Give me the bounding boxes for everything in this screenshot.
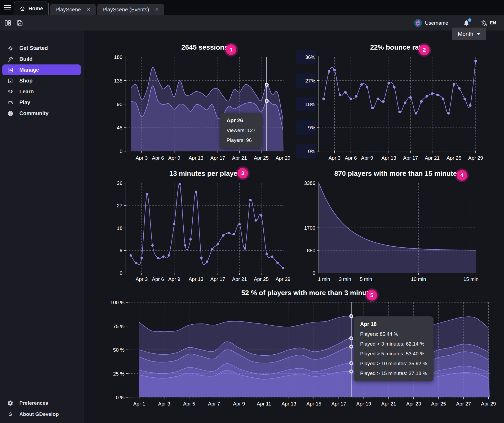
notifications-bell-icon[interactable]: [463, 20, 470, 27]
svg-text:Apr 29: Apr 29: [468, 155, 483, 160]
svg-text:Apr 9: Apr 9: [168, 276, 180, 282]
svg-text:Apr 3: Apr 3: [136, 276, 148, 282]
sidebar-item-build[interactable]: Build: [0, 54, 83, 64]
sidebar-item-shop[interactable]: Shop: [0, 75, 83, 86]
chevron-down-icon: [477, 33, 480, 35]
svg-text:Apr 9: Apr 9: [233, 401, 245, 407]
axis-labels: 09182736Apr 3Apr 6Apr 9Apr 13Apr 17Apr 2…: [117, 180, 290, 282]
store-icon: [7, 78, 14, 84]
svg-text:Apr 7: Apr 7: [208, 401, 220, 407]
sidebar-item-play[interactable]: Play: [0, 97, 83, 108]
svg-text:36: 36: [117, 180, 122, 186]
svg-text:Apr 23: Apr 23: [406, 401, 421, 407]
svg-text:Apr 3: Apr 3: [136, 155, 148, 160]
sidebar-item-learn[interactable]: Learn: [0, 86, 83, 97]
chart-title: 22% bounce rate: [370, 43, 425, 51]
sidebar-item-label: Play: [19, 99, 30, 106]
svg-text:50 %: 50 %: [113, 347, 125, 353]
chart-retention[interactable]: 0850170033861 min3 min5 min10 min15 min8…: [295, 160, 504, 282]
sidebar-item-label: Shop: [19, 78, 33, 84]
svg-text:Apr 29: Apr 29: [276, 276, 290, 282]
tab-playscene[interactable]: PlayScene×: [50, 4, 96, 15]
avatar: [414, 19, 422, 27]
svg-text:100 %: 100 %: [110, 300, 125, 305]
tooltip-line: Played > 3 minutes: 62.14 %: [360, 341, 427, 347]
step-badge-2: 2: [419, 45, 430, 55]
tab-home[interactable]: Home: [14, 2, 49, 15]
svg-text:25 %: 25 %: [113, 371, 125, 377]
sidebar-item-manage[interactable]: Manage: [2, 64, 81, 75]
svg-text:Apr 1: Apr 1: [133, 401, 145, 407]
sidebar-item-label: Build: [19, 56, 33, 62]
username-label: Username: [425, 20, 448, 26]
close-icon[interactable]: ×: [155, 7, 159, 12]
svg-text:5 min: 5 min: [360, 276, 372, 282]
svg-text:Apr 3: Apr 3: [329, 155, 341, 160]
svg-text:Apr 17: Apr 17: [403, 155, 418, 160]
tooltip-line: Players: 96: [227, 137, 256, 143]
period-dropdown[interactable]: Month: [452, 28, 486, 40]
svg-text:Apr 21: Apr 21: [232, 155, 247, 160]
home-icon: [19, 6, 25, 12]
svg-text:135: 135: [114, 78, 122, 84]
tab-label: PlayScene: [56, 7, 81, 13]
sidebar-item-label: About GDevelop: [19, 411, 59, 417]
sidebar-item-label: Community: [19, 110, 48, 116]
tooltip-line: Played > 5 minutes: 53.40 %: [360, 351, 427, 357]
svg-text:Apr 11: Apr 11: [257, 401, 271, 407]
chart-title: 870 players with more than 15 minutes: [334, 169, 461, 177]
svg-text:Apr 21: Apr 21: [425, 155, 440, 160]
svg-text:0: 0: [120, 149, 122, 154]
chart-sessions[interactable]: 04590135180Apr 3Apr 6Apr 9Apr 13Apr 17Ap…: [99, 36, 311, 160]
sidebar-item-community[interactable]: Community: [0, 108, 83, 119]
svg-text:36%: 36%: [305, 54, 315, 60]
language-selector[interactable]: EN: [481, 20, 496, 26]
sidebar-item-about-gdevelop[interactable]: About GDevelop: [0, 409, 83, 420]
svg-text:Apr 13: Apr 13: [189, 155, 204, 160]
globe-icon: [7, 110, 14, 117]
user-chip[interactable]: Username: [414, 19, 448, 27]
step-badge-1: 1: [226, 44, 236, 55]
svg-text:15 min: 15 min: [463, 276, 479, 282]
svg-text:Apr 25: Apr 25: [446, 155, 461, 160]
svg-text:18%: 18%: [305, 102, 315, 107]
tooltip-line: Played > 10 minutes: 35.92 %: [360, 361, 427, 367]
layout-panels-icon[interactable]: [4, 19, 11, 27]
svg-text:Apr 6: Apr 6: [152, 276, 164, 282]
svg-text:Apr 9: Apr 9: [168, 155, 180, 160]
series-areas: [139, 316, 490, 397]
svg-text:0%: 0%: [308, 149, 316, 154]
sidebar-item-preferences[interactable]: Preferences: [0, 398, 83, 409]
svg-text:9%: 9%: [308, 125, 316, 130]
tab-bar: HomePlayScene×PlayScene (Events)×: [0, 0, 504, 15]
chart-title: 52 % of players with more than 3 minutes: [241, 289, 376, 297]
tab-playscene-events-[interactable]: PlayScene (Events)×: [97, 4, 164, 15]
save-icon[interactable]: [16, 19, 23, 27]
svg-text:Apr 15: Apr 15: [306, 401, 321, 407]
chart-play-time-percent[interactable]: 0 %25 %50 %75 %100 %Apr 1Apr 3Apr 5Apr 7…: [99, 282, 504, 423]
svg-text:Apr 29: Apr 29: [276, 155, 290, 160]
analytics-dashboard: 04590135180Apr 3Apr 6Apr 9Apr 13Apr 17Ap…: [83, 30, 504, 423]
sidebar-item-label: Learn: [19, 89, 34, 95]
svg-text:10 min: 10 min: [411, 276, 426, 282]
tab-label: PlayScene (Events): [103, 7, 149, 13]
close-icon[interactable]: ×: [87, 7, 90, 12]
svg-text:Apr 27: Apr 27: [456, 401, 471, 407]
analytics-icon: [7, 67, 14, 73]
svg-text:Apr 6: Apr 6: [152, 155, 164, 160]
svg-text:Apr 25: Apr 25: [254, 155, 269, 160]
menu-hamburger-icon[interactable]: [2, 2, 14, 13]
chart-bounce[interactable]: 0%9%18%27%36%Apr 3Apr 6Apr 9Apr 13Apr 17…: [295, 36, 504, 160]
svg-text:3 min: 3 min: [339, 276, 351, 282]
svg-text:850: 850: [307, 248, 315, 253]
sidebar-item-get-started[interactable]: Get Started: [0, 43, 83, 54]
svg-text:180: 180: [114, 54, 122, 60]
svg-text:Apr 21: Apr 21: [381, 401, 396, 407]
axis-labels: 0%9%18%27%36%Apr 3Apr 6Apr 9Apr 13Apr 17…: [296, 50, 483, 160]
grid: [126, 183, 284, 273]
chart-minutes[interactable]: 09182736Apr 3Apr 6Apr 9Apr 13Apr 17Apr 2…: [99, 160, 311, 282]
editor-tabs: HomePlayScene×PlayScene (Events)×: [14, 2, 166, 15]
svg-text:75 %: 75 %: [113, 324, 125, 329]
chart-tooltip: Apr 18Players: 85.44 %Played > 3 minutes…: [354, 316, 434, 381]
step-badge-3: 3: [237, 168, 248, 178]
